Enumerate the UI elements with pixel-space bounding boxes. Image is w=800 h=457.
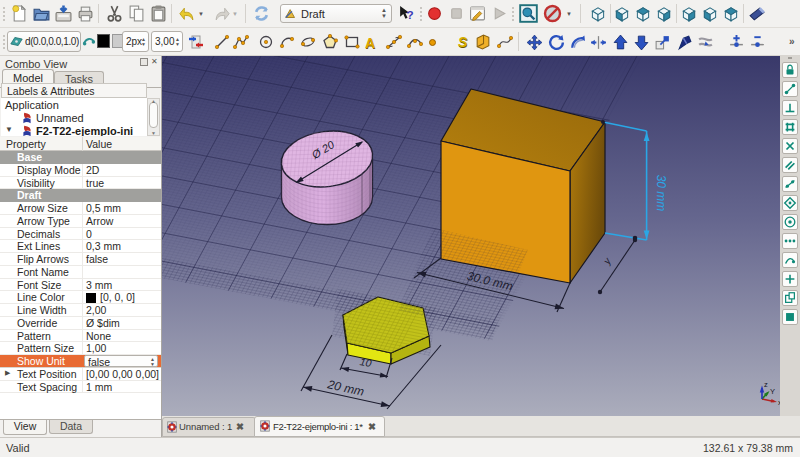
svg-text:Y: Y — [770, 387, 775, 396]
svg-text:30 mm: 30 mm — [654, 175, 668, 212]
svg-text:?: ? — [407, 8, 414, 21]
svg-text:z: z — [764, 380, 768, 389]
svg-text:10: 10 — [359, 355, 373, 369]
